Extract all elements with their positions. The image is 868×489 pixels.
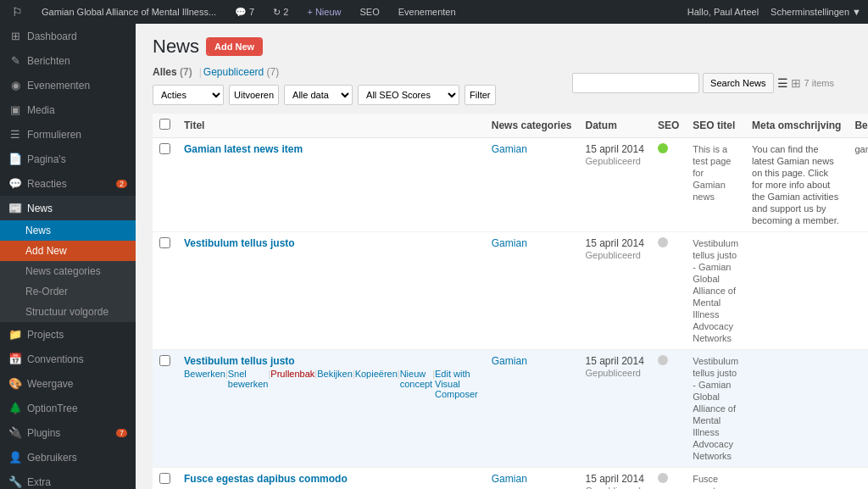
- snel-bewerken-link[interactable]: Snel bewerken: [228, 369, 269, 399]
- sidebar-item-label: Gebruikers: [27, 452, 77, 464]
- sidebar-item-gebruikers[interactable]: 👤 Gebruikers: [0, 445, 136, 470]
- category-link[interactable]: Gamian: [492, 237, 527, 249]
- row-checkbox[interactable]: [159, 355, 170, 366]
- sidebar-item-berichten[interactable]: ✎ Berichten: [0, 48, 136, 73]
- sidebar-item-optiontree[interactable]: 🌲 OptionTree: [0, 396, 136, 420]
- category-link[interactable]: Gamian: [492, 355, 527, 367]
- category-link[interactable]: Gamian: [492, 473, 527, 485]
- screen-settings-btn[interactable]: Scherminstellingen ▼: [771, 7, 861, 17]
- reacties-badge: 2: [116, 180, 127, 188]
- events-bar-item[interactable]: Evenementen: [393, 7, 461, 17]
- datum-header[interactable]: Datum: [579, 114, 651, 138]
- plugins-badge: 7: [116, 429, 127, 437]
- submenu-news-categories-label: News categories: [25, 265, 101, 277]
- sidebar-item-weergave[interactable]: 🎨 Weergave: [0, 371, 136, 396]
- bekijken-link[interactable]: Bekijken: [317, 369, 353, 399]
- nieuw-concept-link[interactable]: Nieuw concept: [400, 369, 433, 399]
- seo-header[interactable]: SEO: [651, 114, 686, 138]
- news-submenu: News Add New News categories Re-Order St…: [0, 220, 136, 322]
- post-title-link[interactable]: Vestibulum tellus justo: [184, 237, 295, 249]
- extra-icon: 🔧: [8, 475, 22, 488]
- row-checkbox[interactable]: [159, 473, 170, 484]
- sidebar-item-dashboard[interactable]: ⊞ Dashboard: [0, 24, 136, 48]
- sidebar-item-evenementen[interactable]: ◉ Evenementen: [0, 73, 136, 97]
- acties-select[interactable]: Acties Bewerken Prullenbak: [153, 85, 224, 105]
- new-content-btn[interactable]: + Nieuw: [302, 7, 346, 17]
- optiontree-icon: 🌲: [8, 402, 22, 414]
- seo-cell: [651, 232, 686, 350]
- sidebar-item-paginas[interactable]: 📄 Pagina's: [0, 147, 136, 171]
- category-link[interactable]: Gamian: [492, 143, 527, 155]
- seo-filter-select[interactable]: All SEO Scores Good OK Bad No focus keyw…: [358, 85, 459, 105]
- seo-bar-item[interactable]: SEO: [354, 7, 384, 17]
- post-title-link[interactable]: Fusce egestas dapibus commodo: [184, 473, 348, 485]
- evenementen-icon: ◉: [8, 79, 22, 92]
- sidebar-item-projects[interactable]: 📁 Projects: [0, 322, 136, 347]
- meta-header[interactable]: Meta omschrijving: [745, 114, 848, 138]
- admin-bar: ⚐ Gamian Global Alliance of Mental Illne…: [0, 0, 868, 24]
- category-cell: Gamian: [485, 350, 579, 468]
- meta-desc-cell: You can find the latest Gamian news on t…: [745, 138, 848, 232]
- plugins-icon: 🔌: [8, 426, 22, 439]
- bewerken-link[interactable]: Bewerken: [184, 369, 225, 399]
- table-row: Vestibulum tellus justo Bewerken| Snel b…: [153, 350, 868, 468]
- post-title-link[interactable]: Vestibulum tellus justo: [184, 355, 295, 367]
- submenu-re-order[interactable]: Re-Order: [0, 281, 136, 302]
- seo-titel-header[interactable]: SEO titel: [686, 114, 745, 138]
- meta-desc-cell: [745, 350, 848, 468]
- uitvoeren-button[interactable]: Uitvoeren: [229, 85, 279, 105]
- categories-header[interactable]: News categories: [485, 114, 579, 138]
- sidebar-item-extra[interactable]: 🔧 Extra: [0, 470, 136, 489]
- sidebar-item-news[interactable]: 📰 News: [0, 196, 136, 220]
- gebruikers-icon: 👤: [8, 451, 22, 464]
- meta-desc-text: You can find the latest Gamian news on t…: [752, 144, 839, 225]
- seo-title-cell: This is a test page for Gamian news: [686, 138, 745, 232]
- main-content: News Add New Search News ☰ ⊞ 7 items All…: [136, 24, 868, 489]
- kopieren-link[interactable]: Kopieëren: [355, 369, 398, 399]
- sidebar-item-label: Formulieren: [27, 129, 81, 141]
- date-cell: 15 april 2014Gepubliceerd: [579, 350, 651, 468]
- publish-status: Gepubliceerd: [586, 368, 641, 378]
- seo-title-text: Vestibulum tellus justo - Gamian Global …: [693, 238, 738, 343]
- submenu-add-new[interactable]: Add New: [0, 241, 136, 261]
- list-view-icon[interactable]: ☰: [777, 76, 788, 90]
- post-title-link[interactable]: Gamian latest news item: [184, 143, 303, 155]
- seo-indicator: [658, 355, 668, 365]
- sidebar-item-media[interactable]: ▣ Media: [0, 97, 136, 122]
- submenu-structuur[interactable]: Structuur volgorde: [0, 302, 136, 322]
- publish-status: Gepubliceerd: [586, 250, 641, 260]
- updates-count[interactable]: ↻ 2: [268, 7, 293, 18]
- titel-header[interactable]: Titel: [177, 114, 485, 138]
- grid-view-icon[interactable]: ⊞: [791, 76, 801, 90]
- edit-vc-link[interactable]: Edit with Visual Composer: [435, 369, 478, 399]
- wp-logo[interactable]: ⚐: [7, 5, 28, 19]
- sidebar-item-conventions[interactable]: 📅 Conventions: [0, 347, 136, 371]
- keyword-header[interactable]: Belangrijkste zoekwoord: [848, 114, 868, 138]
- sidebar-item-label: Media: [27, 104, 55, 116]
- date-filter-select[interactable]: Alle data april 2014: [284, 85, 353, 105]
- date-cell: 15 april 2014Gepubliceerd: [579, 468, 651, 490]
- seo-indicator: [658, 143, 668, 153]
- submenu-structuur-label: Structuur volgorde: [25, 306, 108, 318]
- prullenbak-link[interactable]: Prullenbak: [270, 369, 314, 399]
- row-checkbox[interactable]: [159, 143, 170, 154]
- submenu-news-main[interactable]: News: [0, 220, 136, 241]
- row-checkbox[interactable]: [159, 237, 170, 248]
- projects-icon: 📁: [8, 328, 22, 341]
- sidebar-item-formulieren[interactable]: ☰ Formulieren: [0, 122, 136, 147]
- filter-button[interactable]: Filter: [465, 85, 495, 105]
- search-news-button[interactable]: Search News: [703, 73, 773, 93]
- tab-gepubliceerd[interactable]: Gepubliceerd (7): [203, 66, 284, 78]
- sidebar: ⊞ Dashboard ✎ Berichten ◉ Evenementen ▣ …: [0, 24, 136, 489]
- search-input[interactable]: [572, 73, 699, 93]
- submenu-news-categories[interactable]: News categories: [0, 261, 136, 281]
- row-checkbox-cell: [153, 468, 177, 490]
- sidebar-item-plugins[interactable]: 🔌 Plugins 7: [0, 420, 136, 445]
- select-all-checkbox[interactable]: [159, 119, 170, 130]
- comments-count[interactable]: 💬 7: [230, 7, 259, 18]
- tab-alles[interactable]: Alles (7): [153, 66, 198, 78]
- seo-title-text: This is a test page for Gamian news: [693, 144, 731, 202]
- add-new-button[interactable]: Add New: [208, 39, 261, 54]
- site-name[interactable]: Gamian Global Alliance of Mental Illness…: [36, 7, 221, 17]
- sidebar-item-reacties[interactable]: 💬 Reacties 2: [0, 171, 136, 196]
